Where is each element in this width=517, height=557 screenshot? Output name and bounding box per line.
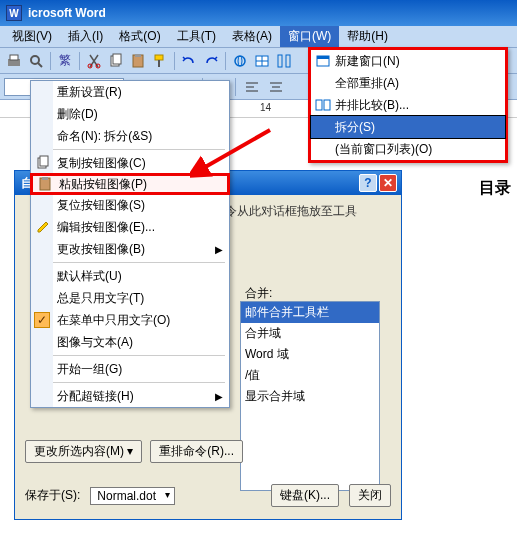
align-center-button[interactable] [266,77,286,97]
ctx-edit-image[interactable]: 编辑按钮图像(E)... [31,216,229,238]
menu-label: 更改按钮图像(B) [57,241,145,258]
menu-view[interactable]: 视图(V) [4,26,60,47]
dialog-help-button[interactable]: ? [359,174,377,192]
menu-label: (当前窗口列表)(O) [335,141,432,158]
menu-label: 复制按钮图像(C) [57,155,146,172]
list-item[interactable]: /值 [241,365,379,386]
ctx-text-only-menus[interactable]: ✓ 在菜单中只用文字(O) [31,309,229,331]
menu-label: 新建窗口(N) [335,53,400,70]
menu-separator [35,262,225,263]
rearrange-button[interactable]: 更改所选内容(M) ▾ [25,440,142,463]
window-menu-dropdown: 新建窗口(N) 全部重排(A) 并排比较(B)... 拆分(S) (当前窗口列表… [308,47,508,163]
svg-rect-18 [286,55,290,67]
menu-label: 重新设置(R) [57,84,122,101]
menu-label: 默认样式(U) [57,268,122,285]
menubar: 视图(V) 插入(I) 格式(O) 工具(T) 表格(A) 窗口(W) 帮助(H… [0,26,517,48]
preview-button[interactable] [26,51,46,71]
copy-icon [35,155,51,171]
svg-rect-27 [316,100,322,110]
ctx-delete[interactable]: 删除(D) [31,103,229,125]
hyperlink-button[interactable] [230,51,250,71]
dialog-close-btn[interactable]: 关闭 [349,484,391,507]
button-context-menu: 重新设置(R) 删除(D) 命名(N): 拆分(&S) 复制按钮图像(C) 粘贴… [30,80,230,408]
ctx-assign-hyperlink[interactable]: 分配超链接(H) ▶ [31,385,229,407]
toolbar-separator [235,78,236,96]
ctx-text-only-always[interactable]: 总是只用文字(T) [31,287,229,309]
ctx-image-and-text[interactable]: 图像与文本(A) [31,331,229,353]
menu-tools[interactable]: 工具(T) [169,26,224,47]
menu-label: 总是只用文字(T) [57,290,144,307]
svg-rect-17 [278,55,282,67]
window-menu-list[interactable]: (当前窗口列表)(O) [311,138,505,160]
dialog-hint: 令从此对话框拖放至工具 [225,203,391,220]
word-app-icon: W [6,5,22,21]
menu-help[interactable]: 帮助(H) [339,26,396,47]
redo-button[interactable] [201,51,221,71]
menu-separator [35,149,225,150]
ctx-reset[interactable]: 重新设置(R) [31,81,229,103]
menu-window[interactable]: 窗口(W) [280,26,339,47]
menu-label: 删除(D) [57,106,98,123]
new-window-icon [315,53,331,69]
save-in-combo[interactable]: Normal.dot [90,487,175,505]
copy-button[interactable] [106,51,126,71]
format-painter-button[interactable] [150,51,170,71]
toolbar-separator [174,52,175,70]
columns-button[interactable] [274,51,294,71]
svg-rect-9 [135,54,141,57]
svg-rect-28 [324,100,330,110]
ctx-change-image[interactable]: 更改按钮图像(B) ▶ [31,238,229,260]
menu-format[interactable]: 格式(O) [111,26,168,47]
menu-separator [35,355,225,356]
menu-label: 开始一组(G) [57,361,122,378]
menu-insert[interactable]: 插入(I) [60,26,111,47]
list-item[interactable]: Word 域 [241,344,379,365]
paste-button[interactable] [128,51,148,71]
window-menu-arrange[interactable]: 全部重排(A) [311,72,505,94]
svg-rect-33 [42,177,48,180]
print-button[interactable] [4,51,24,71]
trad-simp-button[interactable]: 繁 [55,51,75,71]
commands-listbox[interactable]: 邮件合并工具栏 合并域 Word 域 /值 显示合并域 [240,301,380,491]
list-item[interactable]: 邮件合并工具栏 [241,302,379,323]
ruler-tick: 14 [260,102,271,113]
app-title: icrosoft Word [28,6,106,20]
menu-label: 分配超链接(H) [57,388,134,405]
menu-label: 粘贴按钮图像(P) [59,176,147,193]
category-label: 合并: [245,285,272,302]
doc-text-toc: 目录 [479,178,511,199]
dialog-close-button[interactable]: ✕ [379,174,397,192]
window-menu-split[interactable]: 拆分(S) [311,116,505,138]
list-item[interactable]: 合并域 [241,323,379,344]
window-menu-new[interactable]: 新建窗口(N) [311,50,505,72]
menu-separator [35,382,225,383]
edit-icon [35,219,51,235]
window-menu-compare[interactable]: 并排比较(B)... [311,94,505,116]
svg-rect-7 [113,54,121,64]
ctx-copy-image[interactable]: 复制按钮图像(C) [31,152,229,174]
menu-label: 命名(N): 拆分(&S) [57,128,152,145]
menu-label: 编辑按钮图像(E)... [57,219,155,236]
titlebar: W icrosoft Word [0,0,517,26]
menu-table[interactable]: 表格(A) [224,26,280,47]
list-item[interactable]: 显示合并域 [241,386,379,407]
ctx-default-style[interactable]: 默认样式(U) [31,265,229,287]
svg-line-3 [38,63,42,67]
reset-commands-button[interactable]: 重排命令(R)... [150,440,243,463]
check-icon: ✓ [34,312,50,328]
toolbar-separator [225,52,226,70]
ctx-name[interactable]: 命名(N): 拆分(&S) [31,125,229,147]
menu-label: 复位按钮图像(S) [57,197,145,214]
undo-button[interactable] [179,51,199,71]
table-button[interactable] [252,51,272,71]
keyboard-button[interactable]: 键盘(K)... [271,484,339,507]
align-left-button[interactable] [242,77,262,97]
ctx-begin-group[interactable]: 开始一组(G) [31,358,229,380]
ctx-paste-image[interactable]: 粘贴按钮图像(P) [30,173,230,195]
ctx-reset-image[interactable]: 复位按钮图像(S) [31,194,229,216]
submenu-arrow-icon: ▶ [215,391,223,402]
svg-rect-10 [155,55,163,60]
svg-point-12 [235,56,245,66]
cut-button[interactable] [84,51,104,71]
menu-label: 拆分(S) [335,119,375,136]
